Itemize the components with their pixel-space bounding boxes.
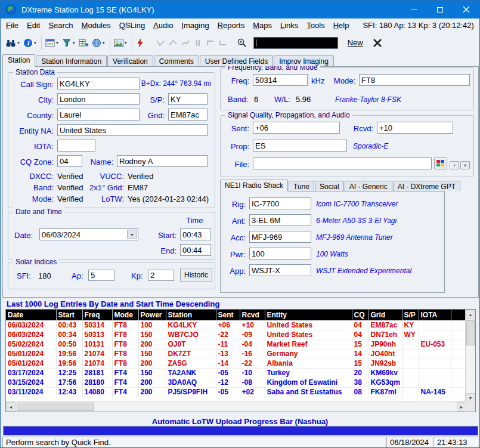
state-province-input[interactable]	[168, 93, 208, 105]
tab-comments[interactable]: Comments	[154, 55, 199, 66]
audio-file-input[interactable]	[253, 157, 432, 169]
dropdown-arrow-icon[interactable]: ▼	[72, 41, 76, 45]
qsl-flash-button[interactable]	[135, 35, 145, 51]
log-col-blank[interactable]	[451, 310, 466, 320]
log-entries-button[interactable]: ▼	[44, 35, 60, 51]
menu-help[interactable]: Help	[329, 20, 354, 31]
freq-input[interactable]	[253, 74, 308, 86]
vertical-scroll-thumb[interactable]	[466, 320, 475, 345]
antenna-input[interactable]	[249, 214, 311, 226]
log-col-s-p[interactable]: S/P	[402, 310, 419, 320]
county-input[interactable]	[57, 109, 140, 121]
menu-maps[interactable]: Maps	[249, 20, 276, 31]
date-dropdown-arrow-icon[interactable]: ▼	[127, 230, 137, 239]
table-row[interactable]: 03/15/202417:5628180FT42003DA0AQ-12-08Ki…	[6, 378, 466, 387]
kp-input[interactable]	[148, 270, 174, 281]
table-row[interactable]: 06/03/202400:3450313FT8150WB7CJO-22-09Un…	[6, 330, 466, 339]
table-row[interactable]: 03/11/202412:4314080FT4200PJ5/SP9FIH-05+…	[6, 387, 466, 397]
filter-button[interactable]: ▼	[61, 35, 77, 51]
audio-files-button[interactable]	[434, 157, 447, 169]
table-row[interactable]: 03/17/202412:2528181FT4150TA2ANK-05-10Tu…	[6, 368, 466, 378]
titlebar[interactable]: DXtreme Station Log 15 SE (KG4LKY)	[1, 1, 479, 18]
historic-button[interactable]: Historic	[180, 268, 212, 282]
app-input[interactable]	[249, 264, 311, 276]
log-col-sent[interactable]: Sent	[216, 310, 240, 320]
menu-links[interactable]: Links	[276, 20, 302, 31]
sent-input[interactable]	[253, 122, 340, 134]
zoom-button[interactable]	[236, 35, 248, 51]
shack-tab-ai-dxtreme-gpt[interactable]: AI - DXtreme GPT	[393, 181, 460, 191]
dropdown-arrow-icon[interactable]: ▼	[55, 41, 59, 45]
tab-station-information[interactable]: Station Information	[36, 55, 107, 66]
menu-reports[interactable]: Reports	[213, 20, 249, 31]
ap-input[interactable]	[88, 270, 114, 281]
menu-file[interactable]: File	[2, 20, 23, 31]
entity-input[interactable]	[57, 124, 208, 136]
file-prev-button[interactable]: ›	[450, 161, 459, 169]
call-sign-input[interactable]	[57, 78, 140, 89]
city-input[interactable]	[57, 93, 140, 105]
tab-verification[interactable]: Verification	[107, 55, 153, 66]
accessory-input[interactable]	[249, 231, 311, 243]
shack-tab-social[interactable]: Social	[315, 181, 344, 191]
menu-search[interactable]: Search	[44, 20, 77, 31]
log-col-station[interactable]: Station	[166, 310, 216, 320]
start-time-input[interactable]	[180, 228, 211, 240]
horizontal-scroll-thumb[interactable]	[17, 403, 94, 411]
log-horizontal-scrollbar[interactable]: ◄ ►	[6, 401, 466, 412]
log-col-iota[interactable]: IOTA	[419, 310, 451, 320]
menu-audio[interactable]: Audio	[149, 20, 177, 31]
name-input[interactable]	[117, 155, 208, 167]
minimize-button[interactable]	[401, 1, 427, 18]
dropdown-arrow-icon[interactable]: ▼	[102, 41, 106, 45]
log-col-start[interactable]: Start	[56, 310, 82, 320]
dropdown-arrow-icon[interactable]: ▼	[33, 41, 37, 45]
dropdown-arrow-icon[interactable]: ▼	[17, 41, 20, 45]
tab-user-defined-fields[interactable]: User Defined Fields	[200, 55, 273, 66]
log-col-date[interactable]: Date	[6, 310, 56, 320]
quickfind-input[interactable]	[254, 38, 337, 48]
menu-imaging[interactable]: Imaging	[177, 20, 213, 31]
menu-modules[interactable]: Modules	[78, 20, 115, 31]
date-combo[interactable]: 06/03/2024 ▼	[39, 228, 138, 240]
scroll-left-icon[interactable]: ◄	[6, 402, 16, 412]
log-col-freq[interactable]: Freq	[82, 310, 112, 320]
iota-input[interactable]	[57, 140, 95, 152]
shack-tab-ai-generic[interactable]: AI - Generic	[345, 181, 392, 191]
imaging-button[interactable]: ▼	[113, 35, 129, 51]
log-vertical-scrollbar[interactable]: ▲ ▼	[465, 310, 475, 403]
log-col-entity[interactable]: Entity	[265, 310, 352, 320]
table-row[interactable]: 05/01/202419:5621074FT8150DK7ZT-13-16Ger…	[6, 349, 466, 359]
shack-tab-ne1i-radio-shack[interactable]: NE1I Radio Shack	[220, 180, 288, 191]
rcvd-input[interactable]	[377, 122, 453, 134]
mode-input[interactable]	[359, 74, 470, 86]
table-row[interactable]: 06/03/202400:4350314FT8100KG4LKY+06+10Un…	[6, 320, 466, 330]
log-col-cq[interactable]: CQ	[352, 310, 368, 320]
scroll-up-icon[interactable]: ▲	[466, 310, 475, 319]
menu-qsling[interactable]: QSLing	[115, 20, 149, 31]
menu-edit[interactable]: Edit	[23, 20, 44, 31]
grid-input[interactable]	[168, 109, 208, 121]
info-button[interactable]: i ▼	[22, 35, 38, 51]
log-col-mode[interactable]: Mode	[112, 310, 138, 320]
dropdown-arrow-icon[interactable]: ▼	[124, 41, 128, 45]
power-input[interactable]	[249, 248, 311, 259]
log-col-power[interactable]: Power	[138, 310, 166, 320]
rig-input[interactable]	[249, 197, 311, 209]
web-lookup-button[interactable]: ▼	[91, 35, 107, 51]
new-entry-link[interactable]: New	[348, 38, 363, 47]
table-row[interactable]: 05/01/202419:5621074FT8200ZA5G-14-22Alba…	[6, 359, 466, 368]
shack-tab-tune[interactable]: Tune	[289, 181, 314, 191]
menu-tools[interactable]: Tools	[302, 20, 329, 31]
log-col-grid[interactable]: Grid	[368, 310, 402, 320]
prop-input[interactable]	[253, 140, 347, 152]
cq-zone-input[interactable]	[57, 155, 82, 167]
log-col-rcvd[interactable]: Rcvd	[240, 310, 265, 320]
tab-improv-imaging[interactable]: Improv Imaging	[274, 55, 334, 66]
close-button[interactable]	[453, 1, 479, 18]
file-next-button[interactable]: »	[460, 161, 470, 169]
tab-station[interactable]: Station	[2, 54, 35, 67]
table-row[interactable]: 05/02/202400:5010131FT8200OJ0T-11-04Mark…	[6, 339, 466, 349]
find-button[interactable]: ▼	[4, 35, 21, 51]
export-button[interactable]	[78, 35, 90, 51]
